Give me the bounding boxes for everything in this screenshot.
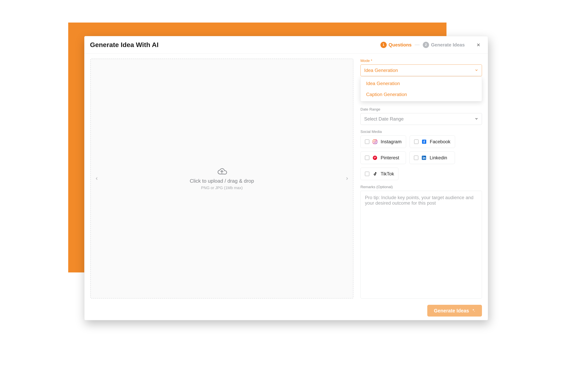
pinterest-icon <box>372 155 378 161</box>
instagram-checkbox[interactable] <box>365 140 369 144</box>
date-range-select[interactable]: Select Date Range <box>360 113 482 125</box>
social-option-pinterest[interactable]: Pinterest <box>360 152 406 164</box>
mode-option-idea-generation[interactable]: Idea Generation <box>361 78 482 89</box>
side-panel: Mode * Idea Generation Idea Generation C… <box>360 58 482 298</box>
tiktok-icon <box>372 171 378 177</box>
pinterest-checkbox[interactable] <box>365 156 369 160</box>
date-range-placeholder: Select Date Range <box>364 116 404 122</box>
step-label-1: Questions <box>389 42 412 48</box>
step-badge-1: 1 <box>380 42 387 48</box>
instagram-label: Instagram <box>381 139 402 144</box>
social-media-grid: Instagram Facebook Pin <box>360 136 482 180</box>
social-option-linkedin[interactable]: Linkedin <box>410 152 455 164</box>
step-divider <box>415 45 420 45</box>
generate-idea-modal: Generate Idea With AI 1 Questions 2 Gene… <box>84 36 488 320</box>
linkedin-checkbox[interactable] <box>414 156 418 160</box>
chevron-left-icon <box>95 176 98 180</box>
stepper: 1 Questions 2 Generate Ideas <box>380 42 465 48</box>
chevron-down-icon <box>475 116 478 122</box>
mode-field: Mode * Idea Generation Idea Generation C… <box>360 58 482 76</box>
mode-option-caption-generation[interactable]: Caption Generation <box>361 89 482 100</box>
mode-label: Mode * <box>360 58 482 63</box>
modal-header: Generate Idea With AI 1 Questions 2 Gene… <box>84 36 488 54</box>
sparkle-icon <box>472 308 475 314</box>
step-questions[interactable]: 1 Questions <box>380 42 412 48</box>
social-option-tiktok[interactable]: TikTok <box>360 168 398 180</box>
tiktok-label: TikTok <box>381 171 394 176</box>
svg-point-2 <box>376 140 376 141</box>
carousel-prev[interactable] <box>93 175 100 182</box>
date-range-field: Date Range Select Date Range <box>360 107 482 125</box>
upload-title: Click to upload / drag & drop <box>190 178 254 184</box>
remarks-label: Remarks (Optional) <box>360 185 482 189</box>
chevron-right-icon <box>345 176 349 180</box>
linkedin-icon <box>421 155 427 161</box>
step-label-2: Generate Ideas <box>431 42 465 48</box>
tiktok-checkbox[interactable] <box>365 172 369 176</box>
close-button[interactable] <box>474 41 482 49</box>
facebook-checkbox[interactable] <box>414 140 418 144</box>
close-icon <box>476 43 480 47</box>
modal-body: Click to upload / drag & drop PNG or JPG… <box>84 54 488 301</box>
svg-rect-0 <box>373 140 377 144</box>
social-option-instagram[interactable]: Instagram <box>360 136 406 148</box>
upload-zone[interactable]: Click to upload / drag & drop PNG or JPG… <box>90 58 354 298</box>
carousel-next[interactable] <box>344 175 351 182</box>
modal-footer: Generate Ideas <box>84 301 488 320</box>
instagram-icon <box>372 139 378 145</box>
date-range-label: Date Range <box>360 107 482 112</box>
social-option-facebook[interactable]: Facebook <box>410 136 455 148</box>
mode-select[interactable]: Idea Generation <box>360 64 482 76</box>
svg-point-4 <box>373 156 377 160</box>
step-generate-ideas[interactable]: 2 Generate Ideas <box>423 42 465 48</box>
svg-point-1 <box>374 141 376 142</box>
upload-inner: Click to upload / drag & drop PNG or JPG… <box>190 167 254 190</box>
mode-dropdown: Idea Generation Caption Generation <box>360 77 482 101</box>
facebook-icon <box>421 139 427 145</box>
social-media-label: Social Media <box>360 130 482 134</box>
chevron-down-icon <box>475 68 478 73</box>
upload-subtitle: PNG or JPG (1Mb max) <box>201 186 243 190</box>
social-media-field: Social Media Instagram F <box>360 130 482 180</box>
generate-ideas-label: Generate Ideas <box>434 308 469 314</box>
remarks-field: Remarks (Optional) <box>360 185 482 298</box>
linkedin-label: Linkedin <box>430 155 450 160</box>
generate-ideas-button[interactable]: Generate Ideas <box>427 305 482 316</box>
facebook-label: Facebook <box>430 139 450 144</box>
cloud-upload-icon <box>216 167 228 176</box>
remarks-textarea[interactable] <box>360 191 482 298</box>
step-badge-2: 2 <box>423 42 429 48</box>
mode-select-value: Idea Generation <box>364 68 398 73</box>
modal-title: Generate Idea With AI <box>90 41 376 48</box>
pinterest-label: Pinterest <box>381 155 402 160</box>
